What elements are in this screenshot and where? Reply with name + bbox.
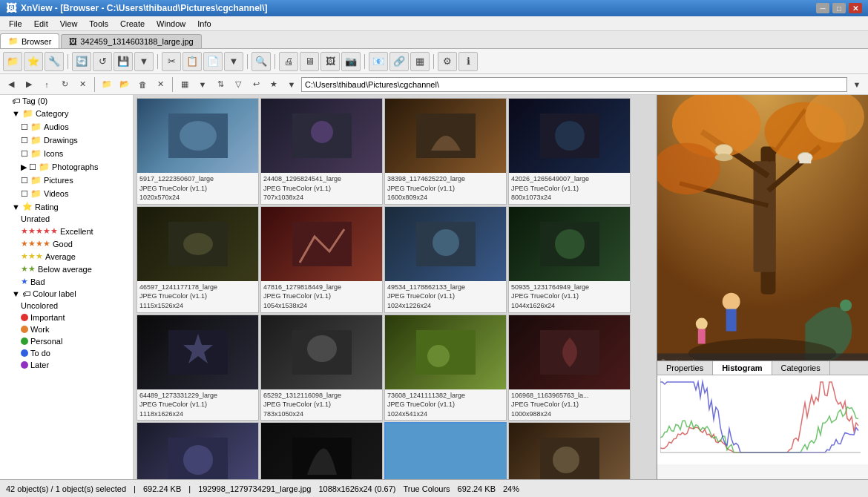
sidebar-item-below-average[interactable]: ★★ Below average	[0, 263, 133, 275]
nav-back-btn[interactable]: ◀	[3, 76, 19, 93]
thumb-11[interactable]: 106968_1163965763_la... JPEG TrueColor (…	[508, 315, 631, 421]
tab-image[interactable]: 🖼 342459_1314603188_large.jpg	[61, 34, 201, 48]
sidebar-item-videos[interactable]: ☐ 📁 Videos	[0, 187, 133, 200]
toolbar-table-btn[interactable]: ▦	[410, 52, 430, 71]
menu-edit[interactable]: Edit	[28, 18, 54, 30]
sidebar-item-photographs[interactable]: ▶ ☐ 📁 Photographs	[0, 160, 133, 174]
sidebar-item-important[interactable]: Important	[0, 312, 133, 323]
toolbar-chain-btn[interactable]: 🔗	[389, 52, 409, 71]
toolbar-refresh2-btn[interactable]: ↺	[93, 52, 112, 71]
nav-group-btn[interactable]: ↩	[248, 76, 264, 93]
restore-button[interactable]: □	[832, 3, 846, 13]
menu-create[interactable]: Create	[114, 18, 151, 30]
sidebar-item-audios[interactable]: ☐ 📁 Audios	[0, 120, 133, 134]
nav-refresh-btn[interactable]: ↻	[56, 76, 73, 93]
prop-tab-properties[interactable]: Properties	[657, 361, 713, 375]
nav-sort-btn[interactable]: ⇅	[212, 76, 228, 93]
toolbar-cut-btn[interactable]: ✂	[162, 52, 181, 71]
thumb-6[interactable]: 49534_1178862133_large JPEG TrueColor (v…	[384, 206, 507, 313]
nav-go-btn[interactable]: ▼	[849, 76, 865, 93]
toolbar-settings-btn[interactable]: 🔧	[45, 52, 64, 71]
nav-stop-btn[interactable]: ✕	[74, 76, 91, 93]
path-input[interactable]	[301, 77, 847, 92]
thumb-15[interactable]: 193080_1180812449_la... JPEG TrueColor (…	[508, 422, 631, 479]
nav-up-btn[interactable]: ↑	[39, 76, 55, 93]
sidebar-item-personal[interactable]: Personal	[0, 335, 133, 347]
menu-window[interactable]: Window	[151, 18, 191, 30]
menu-view[interactable]: View	[54, 18, 84, 30]
thumb-7-type: JPEG TrueColor (v1.1)	[511, 292, 628, 301]
toolbar-print-btn[interactable]: 🖨	[279, 52, 298, 71]
sidebar-item-unrated[interactable]: Unrated	[0, 213, 133, 225]
drawings-label: Drawings	[44, 136, 78, 145]
sidebar-item-bad[interactable]: ★ Bad	[0, 275, 133, 288]
sidebar-item-category[interactable]: ▼ 📁 Category	[0, 107, 133, 120]
nav-forward-btn[interactable]: ▶	[21, 76, 37, 93]
thumb-2[interactable]: 38398_1174625220_large JPEG TrueColor (v…	[384, 98, 507, 205]
minimize-button[interactable]: ─	[816, 3, 829, 13]
toolbar-info-btn[interactable]: ℹ	[458, 52, 478, 71]
thumb-3[interactable]: 42026_1265649007_large JPEG TrueColor (v…	[508, 98, 631, 205]
thumb-4[interactable]: 46597_1241177178_large JPEG TrueColor (v…	[137, 206, 259, 313]
tag-icon: 🏷	[12, 96, 20, 105]
prop-tab-categories[interactable]: Categories	[772, 361, 830, 375]
sidebar-item-good[interactable]: ★★★★ Good	[0, 237, 133, 250]
toolbar-paste-btn[interactable]: 📄	[203, 52, 223, 71]
toolbar-dd-btn[interactable]: ▼	[224, 52, 243, 71]
thumb-9[interactable]: 65292_1312116098_large JPEG TrueColor (v…	[260, 315, 383, 421]
nav-x-btn[interactable]: ✕	[152, 76, 168, 93]
thumb-11-info: 106968_1163965763_la... JPEG TrueColor (…	[509, 389, 630, 421]
toolbar-search-btn[interactable]: 🔍	[251, 52, 271, 71]
nav-filter-btn[interactable]: ▽	[230, 76, 246, 93]
sidebar-item-excellent[interactable]: ★★★★★ Excellent	[0, 225, 133, 237]
nav-fav-btn[interactable]: ★	[266, 76, 282, 93]
toolbar-monitor-btn[interactable]: 🖥	[300, 52, 319, 71]
nav-view-dd-btn[interactable]: ▼	[194, 76, 211, 93]
thumb-7-name: 50935_1231764949_large	[511, 283, 628, 292]
thumb-0[interactable]: 5917_1222350607_large JPEG TrueColor (v1…	[137, 98, 259, 205]
thumb-12[interactable]: 125841_1166714058_la... JPEG TrueColor (…	[137, 422, 259, 479]
toolbar-star-btn[interactable]: ⭐	[24, 52, 43, 71]
sidebar-item-work[interactable]: Work	[0, 323, 133, 335]
thumb-14[interactable]: 192998_1279734291_la... JPEG TrueColor (…	[384, 422, 507, 479]
toolbar-mail-btn[interactable]: 📧	[369, 52, 388, 71]
sidebar-item-todo[interactable]: To do	[0, 347, 133, 359]
thumb-6-name: 49534_1178862133_large	[387, 283, 504, 292]
thumb-7[interactable]: 50935_1231764949_large JPEG TrueColor (v…	[508, 206, 631, 313]
sidebar-item-rating[interactable]: ▼ ⭐ Rating	[0, 200, 133, 213]
prop-tab-histogram[interactable]: Histogram	[713, 361, 772, 375]
nav-new-folder-btn[interactable]: 📂	[116, 76, 133, 93]
sidebar-item-colour-label[interactable]: ▼ 🏷 Colour label	[0, 288, 133, 300]
sidebar-item-uncolored[interactable]: Uncolored	[0, 300, 133, 312]
toolbar-copy-btn[interactable]: 📋	[183, 52, 202, 71]
toolbar-refresh-btn[interactable]: 🔄	[72, 52, 91, 71]
toolbar-folder-btn[interactable]: 📁	[3, 52, 22, 71]
toolbar-gear-btn[interactable]: ⚙	[438, 52, 457, 71]
thumb-13[interactable]: 160022_1205695844_la... JPEG TrueColor (…	[260, 422, 383, 479]
sidebar-item-pictures[interactable]: ☐ 📁 Pictures	[0, 174, 133, 187]
toolbar-save-btn[interactable]: 💾	[114, 52, 133, 71]
sidebar-item-icons[interactable]: ☐ 📁 Icons	[0, 147, 133, 160]
close-button[interactable]: ✕	[849, 3, 862, 13]
toolbar-img-btn[interactable]: 🖼	[320, 52, 340, 71]
toolbar-dropdown-btn[interactable]: ▼	[134, 52, 154, 71]
preview-area[interactable]: © cgchannel	[657, 95, 868, 361]
sidebar-item-tag[interactable]: 🏷 Tag (0)	[0, 95, 133, 107]
nav-delete-btn[interactable]: 🗑	[134, 76, 151, 93]
nav-fav-dd-btn[interactable]: ▼	[283, 76, 300, 93]
nav-view-btn[interactable]: ▦	[177, 76, 193, 93]
thumb-5[interactable]: 47816_1279818449_large JPEG TrueColor (v…	[260, 206, 383, 313]
tab-browser[interactable]: 📁 Browser	[0, 33, 59, 48]
sidebar-item-average[interactable]: ★★★ Average	[0, 250, 133, 263]
menu-tools[interactable]: Tools	[83, 18, 114, 30]
thumb-1[interactable]: 24408_1295824541_large JPEG TrueColor (v…	[260, 98, 383, 205]
menu-file[interactable]: File	[3, 18, 28, 30]
sidebar-item-drawings[interactable]: ☐ 📁 Drawings	[0, 134, 133, 147]
thumb-10[interactable]: 73608_1241111382_large JPEG TrueColor (v…	[384, 315, 507, 421]
good-stars: ★★★★	[21, 239, 50, 249]
toolbar-cam-btn[interactable]: 📷	[341, 52, 361, 71]
sidebar-item-later[interactable]: Later	[0, 359, 133, 371]
nav-folder-btn[interactable]: 📁	[99, 76, 115, 93]
menu-info[interactable]: Info	[191, 18, 217, 30]
thumb-8[interactable]: 64489_1273331229_large JPEG TrueColor (v…	[137, 315, 259, 421]
